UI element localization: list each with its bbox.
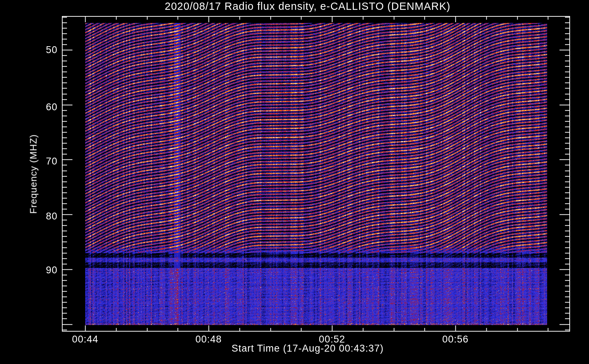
spectrogram-figure: 2020/08/17 Radio flux density, e-CALLIST… [0, 0, 589, 364]
x-tick-label: 00:44 [60, 334, 111, 345]
spectrogram-canvas [0, 0, 589, 364]
y-tick-label: 90 [36, 265, 58, 276]
y-tick-label: 80 [36, 211, 58, 222]
y-tick-label: 70 [36, 156, 58, 167]
y-axis-label: Frequency (MHZ) [28, 134, 39, 214]
y-tick-label: 60 [36, 102, 58, 113]
plot-title: 2020/08/17 Radio flux density, e-CALLIST… [62, 0, 553, 12]
x-tick-label: 00:48 [183, 334, 234, 345]
x-tick-label: 00:56 [430, 334, 481, 345]
y-tick-label: 50 [36, 44, 58, 56]
x-tick-label: 00:52 [307, 334, 357, 345]
